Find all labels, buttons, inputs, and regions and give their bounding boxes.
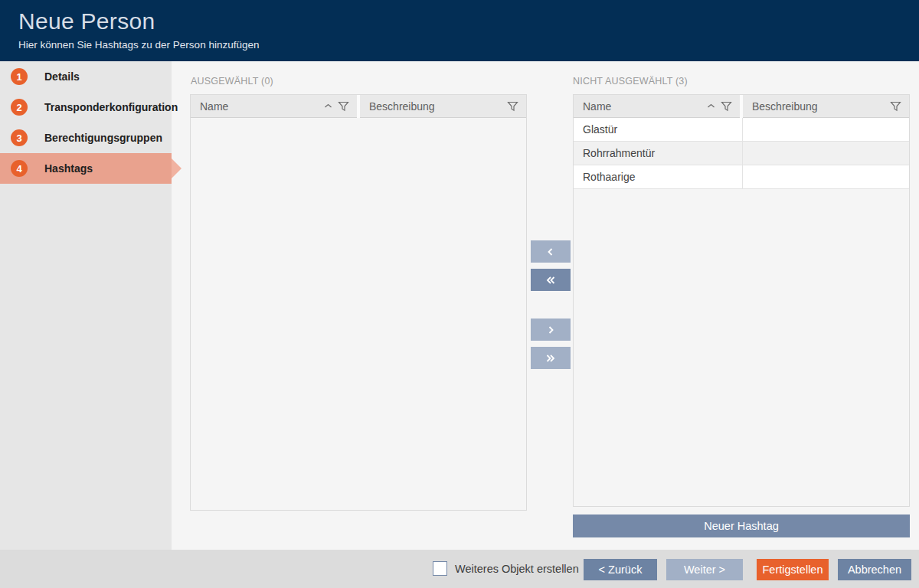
row-description-cell [743,165,909,188]
column-header-description[interactable]: Beschreibung [360,95,526,118]
row-description-cell [743,142,909,165]
step-berechtigungsgruppen[interactable]: 3 Berechtigungsgruppen [0,122,172,153]
chevron-double-right-icon [545,354,557,363]
filter-icon[interactable] [507,101,518,112]
page-title: Neue Person [18,8,155,34]
step-hashtags-active[interactable]: 4 Hashtags [0,153,172,184]
column-header-label: Beschreibung [752,100,818,113]
step-number-badge: 2 [11,99,28,116]
next-button[interactable]: Weiter > [666,559,743,580]
selected-panel-title: AUSGEWÄHLT (0) [191,76,273,87]
chevron-double-left-icon [545,276,557,285]
unselected-hashtags-table: Name Beschreibung GlastürRohrrahmentürRo… [573,94,910,507]
create-another-object-checkbox[interactable] [433,561,447,576]
move-selected-right-button[interactable] [531,318,571,341]
move-all-right-button[interactable] [531,347,571,369]
step-number-badge: 4 [11,160,28,177]
wizard-header: Neue Person Hier können Sie Hashtags zu … [0,0,919,61]
selected-hashtags-table: Name Beschreibung [190,94,527,511]
create-another-object-label: Weiteres Objekt erstellen [455,563,579,575]
sort-ascending-icon[interactable] [324,103,332,109]
new-hashtag-button[interactable]: Neuer Hashtag [573,514,910,537]
step-transponderkonfiguration[interactable]: 2 Transponderkonfiguration [0,92,172,122]
move-selected-left-button[interactable] [531,240,571,263]
unselected-table-body: GlastürRohrrahmentürRothaarige [574,118,909,189]
step-number-badge: 3 [11,129,28,146]
row-name-cell: Glastür [574,118,743,141]
filter-icon[interactable] [890,101,901,112]
move-all-left-button[interactable] [531,269,571,291]
column-header-label: Beschreibung [369,100,435,113]
row-name-cell: Rohrrahmentür [574,142,743,165]
cancel-button[interactable]: Abbrechen [838,559,911,580]
column-header-label: Name [200,100,228,113]
step-details[interactable]: 1 Details [0,61,172,92]
table-row[interactable]: Rothaarige [574,165,909,189]
sort-ascending-icon[interactable] [707,103,715,109]
step-number-badge: 1 [11,68,28,85]
table-header: Name Beschreibung [191,95,526,118]
chevron-right-icon [546,325,555,335]
back-button[interactable]: < Zurück [584,559,657,580]
row-description-cell [743,118,909,141]
filter-icon[interactable] [721,101,732,112]
page-subtitle: Hier können Sie Hashtags zu der Person h… [18,39,259,51]
table-header: Name Beschreibung [574,95,909,118]
wizard-steps-sidebar: 1 Details 2 Transponderkonfiguration 3 B… [0,61,172,550]
column-header-name[interactable]: Name [191,95,357,118]
chevron-left-icon [546,247,555,256]
unselected-panel-title: NICHT AUSGEWÄHLT (3) [573,76,688,87]
column-header-name[interactable]: Name [574,95,740,118]
finish-button[interactable]: Fertigstellen [757,559,829,580]
table-row[interactable]: Rohrrahmentür [574,142,909,165]
column-header-description[interactable]: Beschreibung [743,95,909,118]
filter-icon[interactable] [338,101,349,112]
table-row[interactable]: Glastür [574,118,909,142]
column-header-label: Name [583,100,611,113]
row-name-cell: Rothaarige [574,165,743,188]
